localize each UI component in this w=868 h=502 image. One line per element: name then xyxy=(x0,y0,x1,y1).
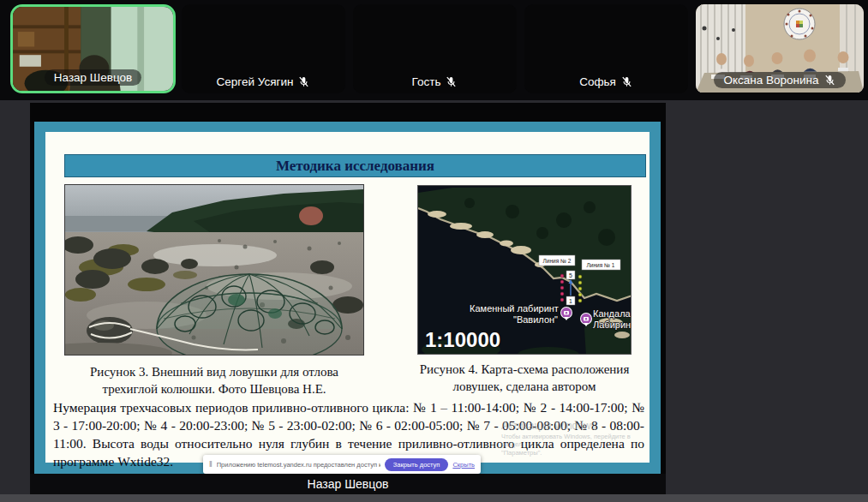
participant-name-row: Сергей Усягин xyxy=(182,75,345,88)
participant-name: Софья xyxy=(579,75,616,88)
mic-muted-icon xyxy=(445,75,458,88)
presenter-name-bar: Назар Шевцов xyxy=(30,474,666,494)
map-marker-5: 5 xyxy=(569,272,572,278)
map-kandalaksha-label-line1: Кандалакш xyxy=(593,308,632,319)
presentation-slide: Методика исследования xyxy=(45,132,650,463)
bottom-edge-strip xyxy=(0,494,868,502)
participant-name: Оксана Воронина xyxy=(723,74,818,87)
participant-name-pill: Оксана Воронина xyxy=(714,72,845,88)
slide-title: Методика исследования xyxy=(276,158,434,175)
participant-name-row: Оксана Воронина xyxy=(696,72,864,88)
presentation-slide-frame: Методика исследования xyxy=(34,122,661,475)
map-babylon-label-line2: "Вавилон" xyxy=(513,314,558,325)
participant-tile-nazar[interactable]: Назар Шевцов xyxy=(10,4,176,93)
participant-name: Гость xyxy=(412,75,441,88)
screen-share-icon: ‖ xyxy=(209,460,213,469)
screen-share-notification: ‖ Приложению telemost.yandex.ru предоста… xyxy=(203,455,481,474)
map-scale-label: 1:10000 xyxy=(425,328,500,351)
participant-name-row: Назар Шевцов xyxy=(13,69,173,86)
participant-name-row: Гость xyxy=(353,75,517,88)
hide-notification-link[interactable]: Скрыть xyxy=(452,461,475,469)
trap-photo-image xyxy=(65,185,364,356)
figure4-map-image: Линия № 2 Линия № 1 5 xyxy=(417,185,632,355)
map-marker-1: 1 xyxy=(569,298,572,304)
participant-tile-oksana[interactable]: Оксана Воронина xyxy=(696,4,864,93)
participant-tile-sofya[interactable]: Софья xyxy=(524,4,688,93)
mic-muted-icon xyxy=(823,74,836,87)
participant-tile-sergey[interactable]: Сергей Усягин xyxy=(182,4,345,93)
participant-name: Назар Шевцов xyxy=(54,71,132,84)
map-line2-label: Линия № 2 xyxy=(543,258,572,264)
participant-tile-guest[interactable]: Гость xyxy=(353,4,517,93)
figure3-caption: Рисунок 3. Внешний вид ловушки для отлов… xyxy=(64,363,364,398)
trap-map-image: Линия № 2 Линия № 1 5 xyxy=(418,186,632,355)
stop-sharing-button[interactable]: Закрыть доступ xyxy=(385,458,449,471)
participant-name-row: Софья xyxy=(524,75,688,88)
mic-muted-icon xyxy=(620,75,633,88)
figure4-caption: Рисунок 4. Карта-схема расположения лову… xyxy=(404,361,645,396)
video-conference-app: Назар Шевцов Сергей Усягин Гость xyxy=(0,0,868,502)
figure3-trap-photo xyxy=(64,184,364,356)
participant-name: Сергей Усягин xyxy=(217,75,294,88)
participant-name-pill: Назар Шевцов xyxy=(45,69,141,86)
screen-share-message: Приложению telemost.yandex.ru предоставл… xyxy=(217,461,380,469)
mic-muted-icon xyxy=(297,75,310,88)
participants-strip: Назар Шевцов Сергей Усягин Гость xyxy=(0,0,868,100)
map-kandalaksha-label-line2: Лабиринт xyxy=(593,320,632,330)
presenter-name: Назар Шевцов xyxy=(308,477,389,491)
slide-title-bar: Методика исследования xyxy=(64,154,646,177)
screen-share-view: Методика исследования xyxy=(30,103,666,494)
map-babylon-label-line1: Каменный лабиринт xyxy=(470,303,559,314)
map-line1-label: Линия № 1 xyxy=(587,262,615,268)
